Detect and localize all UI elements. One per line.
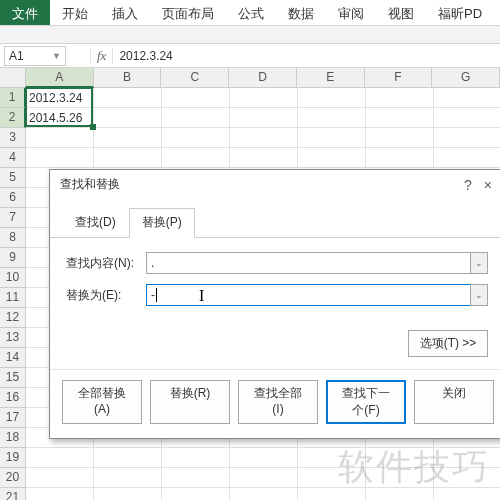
cell-D20[interactable] <box>230 468 298 488</box>
cell-C2[interactable] <box>162 108 230 128</box>
row-header-10[interactable]: 10 <box>0 268 26 288</box>
cell-E20[interactable] <box>298 468 366 488</box>
fill-handle[interactable] <box>90 124 96 130</box>
cell-A19[interactable] <box>26 448 94 468</box>
row-header-4[interactable]: 4 <box>0 148 26 168</box>
row-header-15[interactable]: 15 <box>0 368 26 388</box>
cell-D1[interactable] <box>230 88 298 108</box>
row-header-2[interactable]: 2 <box>0 108 26 128</box>
cell-E1[interactable] <box>298 88 366 108</box>
replace-dropdown-icon[interactable]: ⌄ <box>470 284 488 306</box>
name-box[interactable]: A1 ▼ <box>4 46 66 66</box>
find-all-button[interactable]: 查找全部(I) <box>238 380 318 424</box>
cell-E3[interactable] <box>298 128 366 148</box>
find-next-button[interactable]: 查找下一个(F) <box>326 380 406 424</box>
tab-insert[interactable]: 插入 <box>100 0 150 25</box>
cell-D3[interactable] <box>230 128 298 148</box>
col-header-G[interactable]: G <box>432 68 500 88</box>
options-button[interactable]: 选项(T) >> <box>408 330 488 357</box>
cell-G2[interactable] <box>434 108 500 128</box>
tab-formulas[interactable]: 公式 <box>226 0 276 25</box>
cell-A4[interactable] <box>26 148 94 168</box>
replace-button[interactable]: 替换(R) <box>150 380 230 424</box>
row-header-7[interactable]: 7 <box>0 208 26 228</box>
fx-icon[interactable]: fx <box>90 48 113 64</box>
row-header-3[interactable]: 3 <box>0 128 26 148</box>
cell-F20[interactable] <box>366 468 434 488</box>
cell-E2[interactable] <box>298 108 366 128</box>
cell-F19[interactable] <box>366 448 434 468</box>
col-header-A[interactable]: A <box>26 68 94 88</box>
col-header-D[interactable]: D <box>229 68 297 88</box>
cell-E21[interactable] <box>298 488 366 500</box>
col-header-B[interactable]: B <box>94 68 162 88</box>
tab-file[interactable]: 文件 <box>0 0 50 25</box>
cell-A2[interactable]: 2014.5.26 <box>26 108 94 128</box>
row-header-12[interactable]: 12 <box>0 308 26 328</box>
row-header-11[interactable]: 11 <box>0 288 26 308</box>
select-all-corner[interactable] <box>0 68 26 88</box>
dialog-titlebar[interactable]: 查找和替换 ? × <box>50 170 500 197</box>
cell-B20[interactable] <box>94 468 162 488</box>
cell-E19[interactable] <box>298 448 366 468</box>
row-header-6[interactable]: 6 <box>0 188 26 208</box>
row-header-16[interactable]: 16 <box>0 388 26 408</box>
row-header-5[interactable]: 5 <box>0 168 26 188</box>
cell-F4[interactable] <box>366 148 434 168</box>
tab-foxit[interactable]: 福昕PD <box>426 0 494 25</box>
cell-D2[interactable] <box>230 108 298 128</box>
close-button[interactable]: 关闭 <box>414 380 494 424</box>
cell-C4[interactable] <box>162 148 230 168</box>
cell-A1[interactable]: 2012.3.24 <box>26 88 94 108</box>
row-header-1[interactable]: 1 <box>0 88 26 108</box>
cell-A3[interactable] <box>26 128 94 148</box>
row-header-17[interactable]: 17 <box>0 408 26 428</box>
cell-G19[interactable] <box>434 448 500 468</box>
find-input[interactable]: . ⌄ <box>146 252 488 274</box>
cell-C3[interactable] <box>162 128 230 148</box>
row-header-21[interactable]: 21 <box>0 488 26 500</box>
row-header-8[interactable]: 8 <box>0 228 26 248</box>
cell-B4[interactable] <box>94 148 162 168</box>
replace-input[interactable]: - I ⌄ <box>146 284 488 306</box>
cell-C1[interactable] <box>162 88 230 108</box>
cell-E4[interactable] <box>298 148 366 168</box>
cell-B3[interactable] <box>94 128 162 148</box>
cell-D4[interactable] <box>230 148 298 168</box>
cell-C21[interactable] <box>162 488 230 500</box>
col-header-E[interactable]: E <box>297 68 365 88</box>
name-box-dropdown-icon[interactable]: ▼ <box>52 51 61 61</box>
cell-B21[interactable] <box>94 488 162 500</box>
col-header-C[interactable]: C <box>161 68 229 88</box>
tab-view[interactable]: 视图 <box>376 0 426 25</box>
col-header-F[interactable]: F <box>365 68 433 88</box>
cell-D21[interactable] <box>230 488 298 500</box>
tab-data[interactable]: 数据 <box>276 0 326 25</box>
cell-B19[interactable] <box>94 448 162 468</box>
tab-review[interactable]: 审阅 <box>326 0 376 25</box>
row-header-20[interactable]: 20 <box>0 468 26 488</box>
cell-B2[interactable] <box>94 108 162 128</box>
row-header-13[interactable]: 13 <box>0 328 26 348</box>
cell-G3[interactable] <box>434 128 500 148</box>
cell-F2[interactable] <box>366 108 434 128</box>
tab-find[interactable]: 查找(D) <box>62 208 129 238</box>
cell-F21[interactable] <box>366 488 434 500</box>
formula-input[interactable]: 2012.3.24 <box>113 47 500 65</box>
row-header-18[interactable]: 18 <box>0 428 26 448</box>
row-header-14[interactable]: 14 <box>0 348 26 368</box>
tab-replace[interactable]: 替换(P) <box>129 208 195 238</box>
help-icon[interactable]: ? <box>464 177 472 193</box>
cell-C19[interactable] <box>162 448 230 468</box>
cell-G21[interactable] <box>434 488 500 500</box>
find-dropdown-icon[interactable]: ⌄ <box>470 252 488 274</box>
row-header-19[interactable]: 19 <box>0 448 26 468</box>
row-header-9[interactable]: 9 <box>0 248 26 268</box>
close-icon[interactable]: × <box>484 177 492 193</box>
cell-G1[interactable] <box>434 88 500 108</box>
cell-B1[interactable] <box>94 88 162 108</box>
cell-A20[interactable] <box>26 468 94 488</box>
cell-G4[interactable] <box>434 148 500 168</box>
cell-F1[interactable] <box>366 88 434 108</box>
cell-D19[interactable] <box>230 448 298 468</box>
